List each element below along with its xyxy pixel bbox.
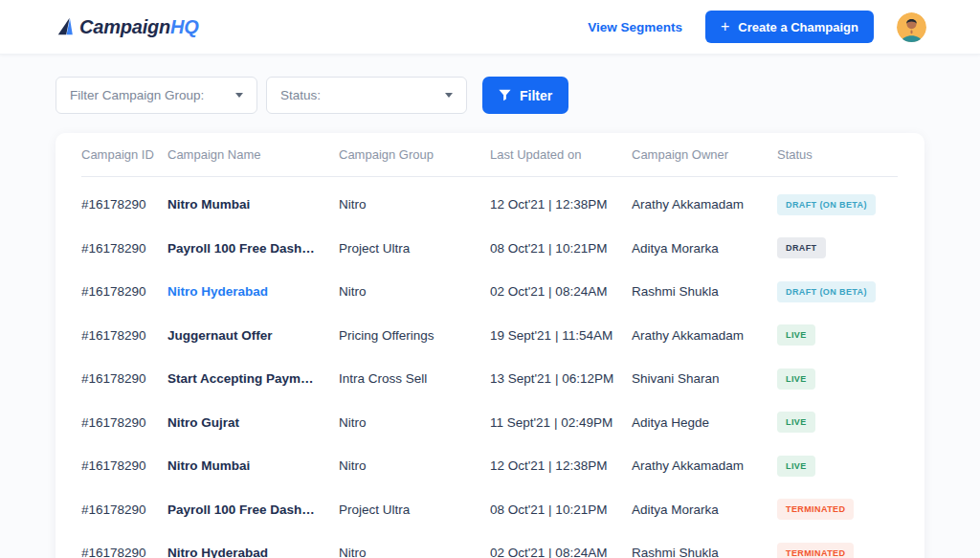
cell-last-updated: 13 Sept'21 | 06:12PM (490, 371, 632, 386)
status-badge: Live (777, 412, 815, 433)
status-badge: Live (777, 324, 815, 346)
table-row[interactable]: #16178290 Payroll 100 Free Dash… Project… (81, 488, 898, 532)
top-bar: CampaignHQ View Segments + Create a Cham… (0, 0, 980, 55)
table-row[interactable]: #16178290 Nitro Hyderabad Nitro 02 Oct'2… (81, 270, 898, 314)
status-badge: Draft (On Beta) (777, 194, 876, 215)
table-row[interactable]: #16178290 Nitro Mumbai Nitro 12 Oct'21 |… (81, 444, 898, 488)
logo-text: CampaignHQ (79, 16, 199, 38)
cell-campaign-id: #16178290 (81, 284, 167, 299)
cell-campaign-name[interactable]: Payroll 100 Free Dash… (167, 502, 339, 517)
rocket-logo-icon (56, 16, 77, 37)
cell-campaign-owner: Aditya Morarka (632, 241, 777, 256)
campaign-table-card: Campaign ID Campaign Name Campaign Group… (56, 133, 924, 558)
filter-button-label: Filter (520, 88, 552, 103)
cell-campaign-owner: Arathy Akkamadam (632, 328, 777, 343)
cell-campaign-group: Nitro (339, 546, 490, 558)
status-badge: Draft (On Beta) (777, 281, 876, 302)
plus-icon: + (721, 19, 729, 34)
column-header-campaign-owner: Campaign Owner (632, 147, 777, 162)
cell-last-updated: 08 Oct'21 | 10:21PM (490, 502, 632, 517)
cell-campaign-name[interactable]: Nitro Mumbai (167, 197, 339, 212)
status-badge: Live (777, 456, 815, 477)
table-row[interactable]: #16178290 Juggernaut Offer Pricing Offer… (81, 314, 898, 358)
cell-campaign-name[interactable]: Nitro Hyderabad (167, 546, 339, 558)
column-header-campaign-name: Campaign Name (167, 147, 339, 162)
campaign-group-select-label: Filter Campaign Group: (70, 88, 204, 102)
table-row[interactable]: #16178290 Nitro Gujrat Nitro 11 Sept'21 … (81, 401, 898, 445)
table-header-row: Campaign ID Campaign Name Campaign Group… (81, 133, 898, 177)
cell-campaign-group: Project Ultra (339, 241, 490, 256)
cell-campaign-group: Nitro (339, 197, 490, 212)
status-badge: Live (777, 368, 815, 390)
cell-last-updated: 11 Sept'21 | 02:49PM (490, 415, 632, 430)
status-badge: Terminated (777, 499, 854, 520)
chevron-down-icon (445, 93, 453, 98)
topbar-right: View Segments + Create a Champaign (588, 11, 926, 43)
cell-campaign-owner: Aditya Hegde (632, 415, 777, 430)
cell-campaign-id: #16178290 (81, 415, 167, 430)
cell-campaign-owner: Aditya Morarka (632, 502, 777, 517)
filter-button[interactable]: Filter (482, 77, 568, 114)
avatar-illustration (897, 12, 926, 42)
status-badge: Draft (777, 237, 826, 258)
cell-campaign-group: Nitro (339, 284, 490, 299)
cell-last-updated: 02 Oct'21 | 08:24AM (490, 546, 632, 558)
funnel-icon (499, 89, 511, 101)
create-campaign-button[interactable]: + Create a Champaign (705, 11, 874, 43)
table-row[interactable]: #16178290 Nitro Hyderabad Nitro 02 Oct'2… (81, 531, 898, 558)
cell-campaign-owner: Rashmi Shukla (632, 546, 777, 558)
create-campaign-label: Create a Champaign (738, 20, 858, 34)
cell-campaign-name[interactable]: Nitro Gujrat (167, 415, 339, 430)
column-header-campaign-group: Campaign Group (339, 147, 490, 162)
cell-campaign-owner: Arathy Akkamadam (632, 197, 777, 212)
table-body: #16178290 Nitro Mumbai Nitro 12 Oct'21 |… (81, 177, 898, 558)
cell-campaign-owner: Rashmi Shukla (632, 284, 777, 299)
cell-campaign-group: Nitro (339, 415, 490, 430)
campaign-group-select[interactable]: Filter Campaign Group: (56, 77, 257, 114)
status-select-label: Status: (280, 88, 321, 102)
cell-campaign-group: Nitro (339, 458, 490, 473)
cell-campaign-group: Project Ultra (339, 502, 490, 517)
cell-campaign-name[interactable]: Nitro Hyderabad (167, 284, 339, 299)
cell-last-updated: 12 Oct'21 | 12:38PM (490, 458, 632, 473)
column-header-last-updated: Last Updated on (490, 147, 632, 162)
table-row[interactable]: #16178290 Start Accepting Paym… Intra Cr… (81, 357, 898, 401)
campaignhq-logo[interactable]: CampaignHQ (56, 16, 199, 38)
cell-campaign-group: Intra Cross Sell (339, 371, 490, 386)
cell-campaign-id: #16178290 (81, 328, 167, 343)
table-row[interactable]: #16178290 Payroll 100 Free Dash… Project… (81, 227, 898, 271)
chevron-down-icon (235, 93, 243, 98)
column-header-campaign-id: Campaign ID (81, 147, 167, 162)
cell-campaign-id: #16178290 (81, 197, 167, 212)
cell-last-updated: 19 Sept'21 | 11:54AM (490, 328, 632, 343)
cell-campaign-owner: Arathy Akkamadam (632, 458, 777, 473)
cell-campaign-name[interactable]: Juggernaut Offer (167, 328, 339, 343)
cell-campaign-name[interactable]: Start Accepting Paym… (167, 371, 339, 386)
filter-bar: Filter Campaign Group: Status: Filter (56, 77, 926, 114)
cell-campaign-group: Pricing Offerings (339, 328, 490, 343)
cell-campaign-id: #16178290 (81, 241, 167, 256)
view-segments-link[interactable]: View Segments (588, 20, 682, 34)
cell-campaign-name[interactable]: Payroll 100 Free Dash… (167, 241, 339, 256)
cell-campaign-id: #16178290 (81, 371, 167, 386)
column-header-status: Status (777, 147, 898, 162)
cell-campaign-id: #16178290 (81, 458, 167, 473)
cell-last-updated: 08 Oct'21 | 10:21PM (490, 241, 632, 256)
table-row[interactable]: #16178290 Nitro Mumbai Nitro 12 Oct'21 |… (81, 183, 898, 227)
cell-last-updated: 12 Oct'21 | 12:38PM (490, 197, 632, 212)
cell-campaign-owner: Shivani Sharan (632, 371, 777, 386)
cell-campaign-id: #16178290 (81, 546, 167, 558)
cell-campaign-id: #16178290 (81, 502, 167, 517)
status-badge: Terminated (777, 543, 854, 558)
status-select[interactable]: Status: (266, 77, 467, 114)
user-avatar[interactable] (897, 12, 926, 42)
cell-campaign-name[interactable]: Nitro Mumbai (167, 458, 339, 473)
cell-last-updated: 02 Oct'21 | 08:24AM (490, 284, 632, 299)
